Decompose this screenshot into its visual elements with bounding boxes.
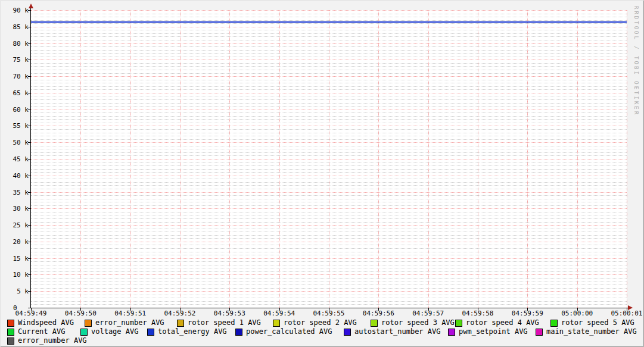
legend-swatch xyxy=(147,329,154,336)
legend-item: rotor speed 1 AVG xyxy=(177,319,261,327)
y-axis-label: 75 k xyxy=(4,56,29,64)
gridline-major-v xyxy=(378,10,379,308)
y-axis-label: 50 k xyxy=(4,139,29,146)
gridline-major-v xyxy=(627,10,627,308)
legend-swatch xyxy=(455,320,462,327)
rrdtool-graph: 05 k10 k15 k20 k25 k30 k35 k40 k45 k50 k… xyxy=(0,0,644,347)
legend-swatch xyxy=(448,329,455,336)
y-axis-label: 70 k xyxy=(4,73,29,80)
legend-label: rotor speed 1 AVG xyxy=(188,319,261,327)
x-axis-label: 04:59:58 xyxy=(454,310,502,317)
x-axis-label: 04:59:55 xyxy=(305,310,353,317)
y-axis xyxy=(30,5,31,308)
legend-label: error_number AVG xyxy=(18,337,87,345)
gridline-major-v xyxy=(428,10,429,308)
series-line-total_energy-avg xyxy=(31,21,627,23)
legend-item: total_energy AVG xyxy=(147,328,227,336)
y-axis-arrow-icon xyxy=(29,4,33,8)
y-axis-label: 15 k xyxy=(4,255,29,262)
gridline-major-v xyxy=(527,10,528,308)
legend-label: Current AVG xyxy=(18,328,65,336)
y-axis-label: 65 k xyxy=(4,89,29,97)
legend-item: main_state_number AVG xyxy=(536,328,637,336)
legend-swatch xyxy=(344,329,351,336)
y-axis-label: 30 k xyxy=(4,205,29,212)
legend-label: power_calculated AVG xyxy=(246,328,332,336)
legend-item: error_number AVG xyxy=(85,319,164,327)
legend-swatch xyxy=(80,329,88,336)
legend-label: rotor speed 2 AVG xyxy=(284,319,357,327)
legend-item: error_number AVG xyxy=(7,337,87,345)
x-axis-label: 04:59:57 xyxy=(405,310,452,317)
y-axis-label: 10 k xyxy=(4,271,29,279)
legend-swatch xyxy=(85,320,92,327)
legend-label: Windspeed AVG xyxy=(18,319,74,327)
gridline-major-v xyxy=(229,10,230,308)
legend-swatch xyxy=(235,329,242,336)
x-axis-label: 04:59:54 xyxy=(256,310,303,317)
legend-item: Current AVG xyxy=(7,328,65,336)
gridline-major-v xyxy=(329,10,329,308)
gridline-major-v xyxy=(478,10,478,308)
y-axis-label: 5 k xyxy=(4,287,29,295)
y-axis-label: 40 k xyxy=(4,172,29,180)
y-axis-label: 25 k xyxy=(4,221,29,229)
y-axis-label: 35 k xyxy=(4,189,29,196)
legend-item: rotor speed 3 AVG xyxy=(371,319,455,327)
legend-label: main_state_number AVG xyxy=(546,328,637,336)
legend-label: rotor speed 5 AVG xyxy=(561,319,634,327)
x-axis-label: 04:59:51 xyxy=(107,310,154,317)
x-axis-label: 05:00:01 xyxy=(603,310,644,317)
legend-label: rotor speed 4 AVG xyxy=(466,319,539,327)
x-axis-label: 05:00:00 xyxy=(553,310,601,317)
legend-item: power_calculated AVG xyxy=(235,328,332,336)
gridline-major-v xyxy=(180,10,181,308)
y-axis-label: 90 k xyxy=(4,7,29,14)
legend-swatch xyxy=(7,337,14,345)
watermark: RRDTOOL / TOBI OETIKER xyxy=(633,6,639,116)
legend-label: rotor speed 3 AVG xyxy=(381,319,455,327)
x-axis-label: 04:59:49 xyxy=(7,310,55,317)
y-axis-label: 55 k xyxy=(4,122,29,130)
legend-label: autostart_number AVG xyxy=(354,328,441,336)
legend-label: error_number AVG xyxy=(95,319,164,327)
legend-item: rotor speed 5 AVG xyxy=(550,319,634,327)
y-axis-label: 85 k xyxy=(4,23,29,31)
x-axis-label: 04:59:59 xyxy=(503,310,551,317)
legend-label: voltage AVG xyxy=(91,328,138,336)
x-axis-label: 04:59:52 xyxy=(156,310,204,317)
legend-item: autostart_number AVG xyxy=(344,328,441,336)
y-axis-label: 20 k xyxy=(4,238,29,246)
gridline-major-v xyxy=(80,10,81,308)
legend-label: total_energy AVG xyxy=(158,328,227,336)
legend-item: rotor speed 4 AVG xyxy=(455,319,539,327)
legend-swatch xyxy=(536,329,543,336)
gridline-major-v xyxy=(130,10,131,308)
legend-item: voltage AVG xyxy=(80,328,138,336)
gridline-major-v xyxy=(279,10,280,308)
gridline-major-v xyxy=(577,10,578,308)
legend-item: pwm_setpoint AVG xyxy=(448,328,528,336)
y-axis-label: 60 k xyxy=(4,106,29,114)
legend-swatch xyxy=(273,320,280,327)
legend-swatch xyxy=(550,320,558,327)
legend-item: Windspeed AVG xyxy=(7,319,74,327)
x-axis-label: 04:59:50 xyxy=(57,310,104,317)
legend-swatch xyxy=(7,329,14,336)
legend-swatch xyxy=(7,320,14,327)
x-axis-label: 04:59:53 xyxy=(206,310,253,317)
x-axis-label: 04:59:56 xyxy=(354,310,402,317)
legend-label: pwm_setpoint AVG xyxy=(459,328,528,336)
legend-swatch xyxy=(371,320,378,327)
legend-item: rotor speed 2 AVG xyxy=(273,319,357,327)
legend-swatch xyxy=(177,320,184,327)
y-axis-label: 80 k xyxy=(4,40,29,48)
y-axis-label: 45 k xyxy=(4,155,29,163)
